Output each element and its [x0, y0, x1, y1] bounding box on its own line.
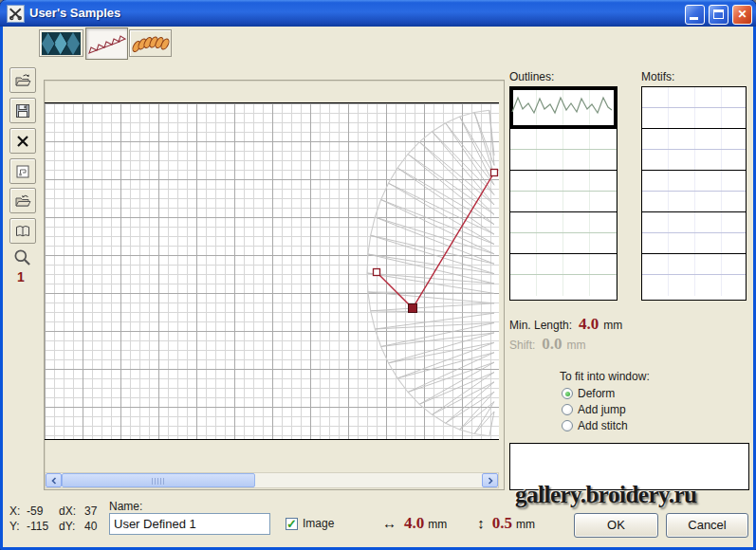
users-samples-dialog: User's Samples ✕ [0, 0, 756, 550]
scroll-left-button[interactable] [46, 473, 62, 487]
scroll-right-button[interactable] [482, 473, 498, 487]
book-icon [14, 223, 31, 240]
coordinates-status: X:-59dX:37 Y:-115dY:40 [9, 504, 109, 534]
radio-add-stitch[interactable] [562, 420, 573, 431]
outlines-label: Outlines: [509, 70, 554, 83]
open-button[interactable] [9, 67, 36, 93]
import-button[interactable] [9, 188, 36, 213]
image-checkbox[interactable] [286, 518, 298, 530]
outline-cell[interactable] [510, 254, 617, 296]
outline-cell[interactable] [510, 87, 617, 129]
shift-unit: mm [567, 339, 586, 352]
radio-deform-label: Deform [578, 387, 615, 400]
outline-cell[interactable] [510, 212, 617, 254]
image-checkbox-label: Image [303, 517, 334, 530]
import-folder-icon [14, 192, 31, 210]
magnifier-icon [11, 248, 34, 270]
dimensions-row: ↔ 4.0 mm ↕ 0.5 mm [382, 514, 535, 533]
chevron-right-icon [487, 477, 494, 485]
delete-x-icon [14, 133, 31, 150]
min-length-unit: mm [603, 319, 622, 332]
name-input[interactable] [109, 513, 270, 535]
motifs-list [641, 86, 747, 301]
motifs-label: Motifs: [641, 70, 674, 83]
y-label: Y: [9, 519, 27, 534]
fit-group-label: To fit into window: [560, 370, 650, 383]
open-folder-icon [14, 72, 31, 89]
outline-pattern-icon [87, 30, 126, 57]
stitch-canvas[interactable] [45, 102, 499, 440]
save-icon [14, 102, 31, 119]
zoom-level: 1 [17, 269, 25, 284]
outline-sample-button[interactable] [85, 28, 128, 60]
min-length-row: Min. Length: 4.0 mm [509, 315, 622, 334]
motif-cell[interactable] [642, 171, 746, 212]
horizontal-scrollbar[interactable] [45, 472, 499, 488]
dx-value: 37 [84, 504, 109, 519]
radio-add-jump[interactable] [562, 404, 573, 415]
motif-pattern-icon [131, 32, 170, 55]
width-unit: mm [428, 518, 447, 531]
fill-pattern-icon [42, 32, 81, 55]
motif-cell[interactable] [642, 212, 746, 254]
min-length-label: Min. Length: [509, 319, 572, 332]
minimize-icon [690, 17, 698, 20]
minimize-button[interactable] [685, 5, 705, 25]
stitch-drawing [45, 103, 499, 440]
contour-icon [14, 163, 31, 180]
shift-label: Shift: [509, 339, 535, 352]
motif-cell[interactable] [642, 129, 746, 171]
min-length-value: 4.0 [579, 315, 599, 334]
height-value: 0.5 [492, 514, 512, 533]
app-icon [7, 5, 25, 23]
dy-label: dY: [59, 519, 84, 534]
scrollbar-thumb[interactable] [62, 473, 255, 487]
fill-sample-button[interactable] [39, 29, 83, 57]
dx-label: dX: [59, 504, 84, 519]
save-button[interactable] [9, 98, 36, 123]
cancel-button[interactable]: Cancel [666, 513, 748, 538]
name-label: Name: [109, 500, 142, 513]
ok-button[interactable]: OK [574, 513, 658, 538]
y-value: -115 [27, 519, 59, 534]
radio-add-stitch-label: Add stitch [578, 419, 628, 432]
motif-cell[interactable] [642, 254, 746, 296]
x-label: X: [9, 504, 27, 519]
maximize-icon [713, 9, 724, 19]
close-button[interactable]: ✕ [732, 5, 752, 25]
x-value: -59 [27, 504, 59, 519]
close-icon: ✕ [733, 8, 751, 22]
image-checkbox-row[interactable]: Image [286, 517, 334, 530]
delete-button[interactable] [9, 128, 36, 154]
dy-value: 40 [84, 519, 109, 534]
outline-cell[interactable] [510, 171, 617, 212]
motif-sample-button[interactable] [129, 29, 172, 57]
chevron-left-icon [50, 477, 58, 485]
thumb-grip [152, 478, 165, 485]
radio-row-deform[interactable]: Deform [562, 387, 615, 400]
motif-cell[interactable] [642, 87, 746, 129]
contour-button[interactable] [9, 158, 36, 184]
shift-row: Shift: 0.0 mm [509, 335, 586, 354]
width-arrow-icon: ↔ [382, 515, 396, 531]
height-unit: mm [516, 518, 535, 531]
zoom-tool[interactable] [11, 248, 34, 270]
radio-row-add-jump[interactable]: Add jump [562, 403, 626, 416]
width-value: 4.0 [404, 514, 424, 533]
zigzag-preview [510, 87, 613, 127]
radio-deform[interactable] [562, 388, 573, 399]
outlines-list [509, 86, 618, 301]
watermark: gallery.broidery.ru [515, 482, 696, 508]
outline-cell[interactable] [510, 129, 617, 171]
title-bar[interactable]: User's Samples ✕ [0, 0, 756, 27]
radio-add-jump-label: Add jump [578, 403, 626, 416]
window-title: User's Samples [29, 0, 120, 27]
shift-value: 0.0 [542, 335, 562, 354]
library-button[interactable] [9, 218, 36, 244]
radio-row-add-stitch[interactable]: Add stitch [562, 419, 628, 432]
height-arrow-icon: ↕ [477, 515, 485, 531]
maximize-button[interactable] [709, 5, 728, 25]
